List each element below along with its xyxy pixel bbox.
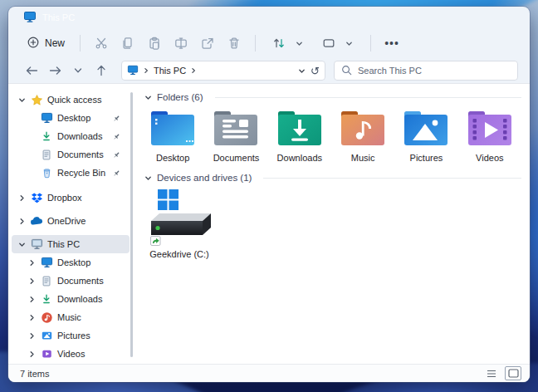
search-box[interactable] xyxy=(334,61,518,81)
sidebar-item-quick-access[interactable]: Quick access xyxy=(12,91,130,109)
sidebar-item-downloads[interactable]: Downloads xyxy=(12,290,130,308)
chevron-right-icon[interactable] xyxy=(28,314,36,321)
chevron-down-icon[interactable] xyxy=(18,241,26,248)
chevron-right-icon[interactable] xyxy=(28,259,36,267)
navigation-pane: Quick access Desktop Downloads Documents xyxy=(8,84,134,364)
chevron-down-icon[interactable] xyxy=(144,94,152,101)
tile-label: Geekdrive (C:) xyxy=(149,249,209,259)
sidebar-item-documents-pinned[interactable]: Documents xyxy=(12,145,130,164)
up-icon[interactable] xyxy=(91,61,111,81)
sidebar-item-dropbox[interactable]: Dropbox xyxy=(12,189,130,207)
star-icon xyxy=(30,93,43,106)
address-bar[interactable]: This PC ↻ xyxy=(121,61,325,81)
folder-tile-music[interactable]: Music xyxy=(331,109,394,163)
address-dropdown-chevron-icon[interactable] xyxy=(298,67,306,75)
recycle-bin-icon xyxy=(40,166,53,179)
sidebar-item-onedrive[interactable]: OneDrive xyxy=(12,212,130,230)
monitor-icon xyxy=(40,256,53,269)
titlebar[interactable]: This PC xyxy=(8,7,530,28)
chevron-down-icon[interactable] xyxy=(18,96,26,104)
chevron-right-icon[interactable] xyxy=(18,218,26,225)
folder-tile-downloads[interactable]: Downloads xyxy=(268,109,331,163)
devices-section-header[interactable]: Devices and drives (1) xyxy=(144,173,521,183)
sidebar-item-this-pc[interactable]: This PC xyxy=(12,235,130,253)
new-button-label: New xyxy=(45,37,65,49)
chevron-down-icon xyxy=(342,32,355,54)
breadcrumb-item[interactable]: This PC xyxy=(154,66,186,76)
monitor-icon xyxy=(40,111,53,125)
forward-icon[interactable] xyxy=(45,61,65,81)
large-icons-view-icon[interactable] xyxy=(505,366,521,380)
breadcrumb-separator-icon xyxy=(143,67,149,74)
toolbar-divider xyxy=(370,35,371,51)
view-button[interactable] xyxy=(314,28,362,58)
refresh-icon[interactable]: ↻ xyxy=(311,65,320,77)
chevron-right-icon[interactable] xyxy=(28,332,36,340)
documents-folder-icon xyxy=(213,110,259,149)
sidebar-item-downloads-pinned[interactable]: Downloads xyxy=(12,127,130,145)
sidebar-item-label: Dropbox xyxy=(47,193,82,203)
sidebar-item-desktop-pinned[interactable]: Desktop xyxy=(12,109,130,127)
search-input[interactable] xyxy=(358,66,511,76)
windows-logo-icon xyxy=(158,189,179,210)
sidebar-item-recycle-bin-pinned[interactable]: Recycle Bin xyxy=(12,164,130,182)
content-pane: Folders (6) Desktop xyxy=(134,84,530,364)
sidebar-item-documents[interactable]: Documents xyxy=(12,272,130,290)
folder-tile-desktop[interactable]: Desktop xyxy=(141,109,204,163)
toolbar-divider xyxy=(80,35,81,51)
folders-grid: Desktop Documents xyxy=(141,109,521,163)
sidebar-item-label: Pictures xyxy=(57,331,90,341)
tile-label: Desktop xyxy=(156,153,189,163)
copy-icon[interactable] xyxy=(115,32,140,54)
back-icon[interactable] xyxy=(22,61,42,81)
desktop-wallpaper: This PC New xyxy=(0,0,538,392)
drive-tile-geekdrive-c[interactable]: Geekdrive (C:) xyxy=(141,188,218,259)
sort-icon xyxy=(271,32,287,54)
music-icon xyxy=(40,311,53,324)
chevron-right-icon[interactable] xyxy=(28,350,36,358)
paste-icon[interactable] xyxy=(142,32,167,54)
drive-icon xyxy=(144,188,214,247)
sidebar-scrollbar[interactable] xyxy=(130,92,133,357)
new-button[interactable]: New xyxy=(20,32,71,55)
share-icon[interactable] xyxy=(195,32,220,54)
pictures-icon xyxy=(40,329,53,342)
sidebar-item-label: Recycle Bin xyxy=(57,168,105,178)
sidebar-item-label: Videos xyxy=(57,349,85,359)
chevron-right-icon[interactable] xyxy=(28,277,36,285)
folder-tile-documents[interactable]: Documents xyxy=(204,109,267,163)
window-title: This PC xyxy=(42,12,75,22)
rename-icon[interactable] xyxy=(169,32,193,54)
tile-label: Videos xyxy=(476,153,503,163)
tile-label: Music xyxy=(351,153,375,163)
sidebar-item-label: Music xyxy=(57,312,81,322)
sidebar-item-label: Documents xyxy=(57,276,104,286)
videos-folder-icon xyxy=(467,110,513,149)
sidebar-item-videos[interactable]: Videos xyxy=(12,345,130,363)
cut-icon[interactable] xyxy=(89,32,114,54)
delete-icon[interactable] xyxy=(222,32,247,54)
sidebar-item-desktop[interactable]: Desktop xyxy=(12,253,130,272)
chevron-down-icon[interactable] xyxy=(144,174,152,182)
download-icon xyxy=(40,292,53,306)
section-label: Folders (6) xyxy=(157,92,203,102)
section-label: Devices and drives (1) xyxy=(157,173,252,183)
folders-section-header[interactable]: Folders (6) xyxy=(144,92,521,102)
more-icon[interactable]: ••• xyxy=(379,32,404,54)
downloads-folder-icon xyxy=(276,110,323,149)
sidebar-item-pictures[interactable]: Pictures xyxy=(12,326,130,345)
folder-tile-pictures[interactable]: Pictures xyxy=(394,109,457,163)
pin-icon xyxy=(112,132,121,141)
chevron-down-icon xyxy=(292,32,306,54)
chevron-right-icon[interactable] xyxy=(28,296,36,303)
chevron-right-icon[interactable] xyxy=(18,194,26,202)
sidebar-item-label: OneDrive xyxy=(47,216,86,226)
sort-button[interactable] xyxy=(264,28,312,58)
toolbar-divider xyxy=(255,35,256,51)
monitor-icon xyxy=(30,238,43,251)
sidebar-item-music[interactable]: Music xyxy=(12,308,130,326)
folder-tile-videos[interactable]: Videos xyxy=(458,109,521,163)
navigation-bar: This PC ↻ xyxy=(8,58,530,83)
list-view-icon[interactable] xyxy=(483,366,500,380)
recent-locations-chevron-icon[interactable] xyxy=(68,61,88,81)
